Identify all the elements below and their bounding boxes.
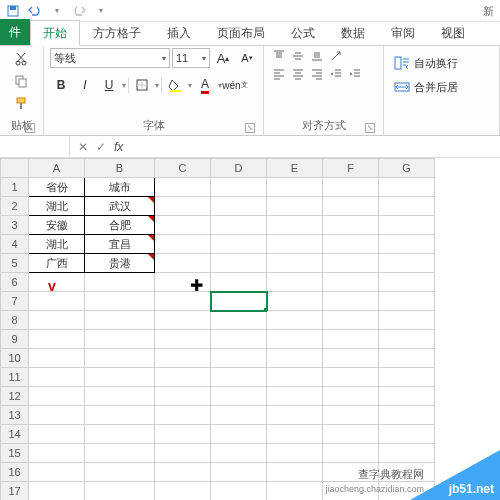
cancel-icon[interactable]: ✕	[78, 140, 88, 154]
cell[interactable]: 湖北	[29, 197, 85, 216]
cell[interactable]: 安徽	[29, 216, 85, 235]
row-header[interactable]: 17	[1, 482, 29, 501]
cell[interactable]	[29, 444, 85, 463]
cell[interactable]	[29, 482, 85, 501]
cell[interactable]	[29, 368, 85, 387]
undo-icon[interactable]	[28, 4, 42, 18]
cell[interactable]	[29, 330, 85, 349]
cell[interactable]	[323, 368, 379, 387]
cell[interactable]	[29, 406, 85, 425]
cell[interactable]	[29, 387, 85, 406]
cell[interactable]	[267, 463, 323, 482]
cell[interactable]	[211, 292, 267, 311]
cell[interactable]	[379, 178, 435, 197]
cell[interactable]	[379, 368, 435, 387]
cell[interactable]: 宜昌	[85, 235, 155, 254]
indent-inc-button[interactable]	[346, 66, 364, 82]
fx-icon[interactable]: fx	[114, 140, 123, 154]
cell[interactable]	[211, 368, 267, 387]
cell[interactable]	[323, 425, 379, 444]
italic-button[interactable]: I	[74, 75, 96, 95]
tab-7[interactable]: 视图	[428, 20, 478, 45]
cell[interactable]	[267, 387, 323, 406]
tab-2[interactable]: 插入	[154, 20, 204, 45]
cell[interactable]	[155, 330, 211, 349]
tab-file[interactable]: 件	[0, 19, 30, 45]
grow-font-button[interactable]: A▴	[212, 48, 234, 68]
cell[interactable]	[323, 273, 379, 292]
row-header[interactable]: 2	[1, 197, 29, 216]
cell[interactable]	[267, 178, 323, 197]
cell[interactable]	[85, 311, 155, 330]
col-header-A[interactable]: A	[29, 159, 85, 178]
cell[interactable]: 广西	[29, 254, 85, 273]
row-header[interactable]: 14	[1, 425, 29, 444]
select-all-corner[interactable]	[1, 159, 29, 178]
cell[interactable]	[29, 463, 85, 482]
tab-0[interactable]: 开始	[30, 20, 80, 46]
cell[interactable]	[323, 330, 379, 349]
cell[interactable]: 省份	[29, 178, 85, 197]
cell[interactable]	[323, 235, 379, 254]
cell[interactable]	[85, 463, 155, 482]
cell[interactable]	[379, 254, 435, 273]
cell[interactable]	[267, 235, 323, 254]
col-header-B[interactable]: B	[85, 159, 155, 178]
cell[interactable]	[85, 330, 155, 349]
fill-color-button[interactable]	[164, 75, 186, 95]
row-header[interactable]: 11	[1, 368, 29, 387]
font-name-select[interactable]: 等线▾	[50, 48, 170, 68]
tab-1[interactable]: 方方格子	[80, 20, 154, 45]
row-header[interactable]: 6	[1, 273, 29, 292]
border-button[interactable]	[131, 75, 153, 95]
redo-icon[interactable]	[72, 4, 86, 18]
cell[interactable]	[155, 216, 211, 235]
cell[interactable]	[85, 444, 155, 463]
cell[interactable]	[211, 425, 267, 444]
indent-dec-button[interactable]	[327, 66, 345, 82]
cell[interactable]	[85, 368, 155, 387]
font-launcher-icon[interactable]: ⤡	[245, 123, 255, 133]
row-header[interactable]: 10	[1, 349, 29, 368]
cell[interactable]	[323, 216, 379, 235]
border-dropdown-icon[interactable]: ▾	[155, 81, 159, 90]
tab-3[interactable]: 页面布局	[204, 20, 278, 45]
cell[interactable]	[155, 235, 211, 254]
cell[interactable]	[323, 292, 379, 311]
row-header[interactable]: 12	[1, 387, 29, 406]
row-header[interactable]: 8	[1, 311, 29, 330]
row-header[interactable]: 7	[1, 292, 29, 311]
cell[interactable]	[267, 482, 323, 501]
cell[interactable]	[155, 444, 211, 463]
cell[interactable]	[211, 387, 267, 406]
cell[interactable]	[211, 463, 267, 482]
cell[interactable]	[155, 311, 211, 330]
cell[interactable]	[267, 330, 323, 349]
cell[interactable]	[323, 406, 379, 425]
cell[interactable]	[155, 368, 211, 387]
merge-center-button[interactable]: 合并后居	[390, 76, 462, 98]
cell[interactable]	[379, 292, 435, 311]
cell[interactable]	[211, 235, 267, 254]
align-launcher-icon[interactable]: ⤡	[365, 123, 375, 133]
cell[interactable]	[211, 444, 267, 463]
cell[interactable]	[211, 273, 267, 292]
name-box[interactable]	[0, 136, 70, 158]
cell[interactable]	[379, 330, 435, 349]
underline-dropdown-icon[interactable]: ▾	[122, 81, 126, 90]
fill-dropdown-icon[interactable]: ▾	[188, 81, 192, 90]
cell[interactable]	[85, 425, 155, 444]
col-header-E[interactable]: E	[267, 159, 323, 178]
cell[interactable]	[85, 406, 155, 425]
cell[interactable]	[211, 330, 267, 349]
cell[interactable]	[267, 216, 323, 235]
copy-icon[interactable]	[14, 74, 30, 90]
cell[interactable]	[379, 197, 435, 216]
cell[interactable]	[155, 349, 211, 368]
cell[interactable]	[323, 178, 379, 197]
cell[interactable]	[323, 387, 379, 406]
align-right-button[interactable]	[308, 66, 326, 82]
cell[interactable]	[379, 235, 435, 254]
cell[interactable]	[323, 197, 379, 216]
row-header[interactable]: 13	[1, 406, 29, 425]
